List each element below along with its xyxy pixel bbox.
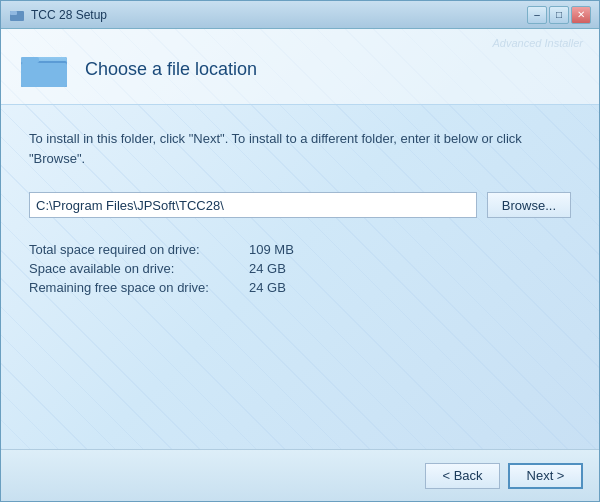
folder-icon: [21, 49, 69, 89]
setup-window: TCC 28 Setup – □ ✕ Advanced Installer: [0, 0, 600, 502]
required-value: 109 MB: [249, 242, 294, 257]
remaining-value: 24 GB: [249, 280, 286, 295]
restore-button[interactable]: □: [549, 6, 569, 24]
space-required-row: Total space required on drive: 109 MB: [29, 242, 571, 257]
content-area: Advanced Installer Choose a file locatio…: [1, 29, 599, 449]
title-bar-controls: – □ ✕: [527, 6, 591, 24]
app-icon: [9, 7, 25, 23]
svg-rect-5: [21, 63, 67, 87]
next-button[interactable]: Next >: [508, 463, 583, 489]
description-text: To install in this folder, click "Next".…: [29, 129, 571, 168]
close-button[interactable]: ✕: [571, 6, 591, 24]
title-bar: TCC 28 Setup – □ ✕: [1, 1, 599, 29]
minimize-button[interactable]: –: [527, 6, 547, 24]
window-title: TCC 28 Setup: [31, 8, 107, 22]
title-bar-left: TCC 28 Setup: [9, 7, 107, 23]
footer: < Back Next >: [1, 449, 599, 501]
main-content: To install in this folder, click "Next".…: [1, 105, 599, 323]
browse-button[interactable]: Browse...: [487, 192, 571, 218]
required-label: Total space required on drive:: [29, 242, 249, 257]
available-value: 24 GB: [249, 261, 286, 276]
available-label: Space available on drive:: [29, 261, 249, 276]
remaining-label: Remaining free space on drive:: [29, 280, 249, 295]
path-row: Browse...: [29, 192, 571, 218]
space-remaining-row: Remaining free space on drive: 24 GB: [29, 280, 571, 295]
svg-rect-1: [10, 11, 17, 15]
svg-rect-6: [21, 57, 39, 63]
space-available-row: Space available on drive: 24 GB: [29, 261, 571, 276]
install-path-input[interactable]: [29, 192, 477, 218]
page-title: Choose a file location: [85, 59, 257, 80]
header-section: Choose a file location: [1, 29, 599, 105]
back-button[interactable]: < Back: [425, 463, 500, 489]
space-info: Total space required on drive: 109 MB Sp…: [29, 242, 571, 295]
